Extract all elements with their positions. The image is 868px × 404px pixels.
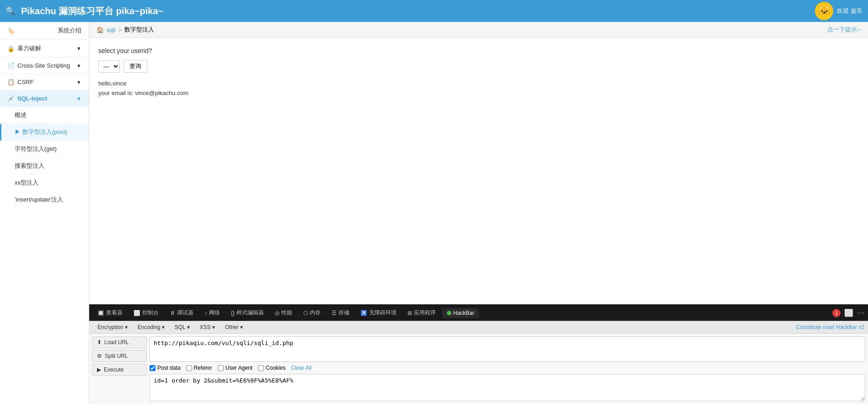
sidebar-item-brute[interactable]: 🔒 暴力破解 ▼: [0, 40, 89, 58]
chevron-down-icon: ▼: [76, 46, 81, 51]
sidebar-subitem-string-get[interactable]: 字符型注入(get): [0, 141, 89, 158]
breadcrumb-separator: >: [118, 27, 122, 33]
devtools-tab-label: 性能: [281, 309, 292, 317]
devtools-tab-debugger[interactable]: ⏸ 调试器: [165, 307, 198, 319]
top-header: 🔍 Pikachu 漏洞练习平台 pika~pika~ 🐱 欢迎 鉴车: [0, 0, 868, 22]
devtools-tab-label: 网络: [209, 309, 220, 317]
devtools-right: 1 ⬜ ⋯: [832, 308, 864, 317]
hackbar-contribute-link[interactable]: Contribute now! HackBar v2: [796, 324, 864, 330]
select-userid-label: select your userid?: [98, 47, 859, 54]
chevron-down-icon: ▾: [212, 324, 215, 330]
devtools-tab-console[interactable]: ⬜ 控制台: [129, 307, 163, 319]
userid-select[interactable]: --- 1 2 3: [98, 60, 120, 73]
submenu-label: 字符型注入(get): [15, 145, 57, 152]
debugger-icon: ⏸: [170, 310, 175, 316]
chevron-down-icon: ▼: [76, 80, 81, 85]
post-data-label: Post data: [157, 365, 181, 371]
sidebar-subitem-xx[interactable]: xx型注入: [0, 175, 89, 191]
arrow-right-icon: ▶: [15, 128, 21, 135]
post-data-checkbox-label[interactable]: Post data: [150, 365, 181, 371]
clear-all-button[interactable]: Clear All: [291, 365, 311, 371]
devtools-tab-label: 控制台: [142, 309, 159, 317]
hackbar-menu-bar: Encryption ▾ Encoding ▾ SQL ▾ XSS ▾ Othe…: [89, 321, 868, 334]
sidebar-item-csrf[interactable]: 📋 CSRF ▼: [0, 74, 89, 90]
user-agent-checkbox-label[interactable]: User Agent: [218, 365, 252, 371]
home-icon: 🏠: [96, 27, 104, 33]
devtools-tab-hackbar[interactable]: HackBar: [442, 308, 479, 318]
devtools-tab-storage[interactable]: ☰ 存储: [327, 307, 354, 319]
url-input[interactable]: [150, 336, 865, 362]
performance-icon: ◎: [275, 310, 279, 316]
sidebar-item-sqlinject[interactable]: 💉 SQL-Inject ▼: [0, 90, 89, 107]
search-icon-header: 🔍: [5, 6, 16, 16]
hackbar-xss-menu[interactable]: XSS ▾: [195, 323, 220, 332]
accessibility-icon: ♿: [360, 310, 367, 316]
devtools-tab-memory[interactable]: ⬡ 内存: [299, 307, 325, 319]
cookies-checkbox-label[interactable]: Cookies: [258, 365, 285, 371]
breadcrumb-sqli-link[interactable]: sqli: [107, 27, 116, 33]
sidebar-subitem-insert-update[interactable]: 'insert/update'注入: [0, 191, 89, 208]
referer-checkbox[interactable]: [186, 365, 192, 371]
result-line2: your email is: vince@pikachu.com: [98, 89, 859, 98]
devtools-tab-performance[interactable]: ◎ 性能: [270, 307, 297, 319]
devtools-bar: 🔲 查看器 ⬜ 控制台 ⏸ 调试器 ↕ 网络 {} 样式编辑器 ◎ 性能: [89, 304, 868, 321]
content-area: 🏠 sqli > 数字型注入 点一下提示~ select your userid…: [89, 22, 868, 404]
devtools-tab-network[interactable]: ↕ 网络: [200, 307, 225, 319]
cookies-label: Cookies: [266, 365, 285, 371]
select-row: --- 1 2 3 查询: [98, 60, 859, 73]
submenu-label: 概述: [15, 112, 27, 118]
devtools-tab-label: 内存: [310, 309, 321, 317]
submenu-label: 数字型注入(post): [22, 128, 67, 135]
sidebar-item-label: 暴力破解: [17, 44, 41, 53]
sidebar-subitem-search[interactable]: 搜索型注入: [0, 158, 89, 175]
chevron-down-icon: ▾: [240, 324, 243, 330]
load-url-button[interactable]: ⬆ Load URL: [92, 336, 147, 348]
hackbar-panel: Encryption ▾ Encoding ▾ SQL ▾ XSS ▾ Othe…: [89, 321, 868, 404]
devtools-tab-style-editor[interactable]: {} 样式编辑器: [226, 307, 268, 319]
post-data-checkbox[interactable]: [150, 365, 155, 371]
result-line1: hello,vince: [98, 79, 859, 89]
post-data-input[interactable]: [150, 374, 865, 401]
execute-label: Execute: [104, 367, 123, 373]
cookies-checkbox[interactable]: [258, 365, 264, 371]
more-icon[interactable]: ⋯: [857, 308, 864, 317]
devtools-tab-app[interactable]: ⊞ 应用程序: [403, 307, 440, 319]
encoding-label: Encoding: [138, 324, 161, 330]
sidebar-subitem-overview[interactable]: 概述: [0, 107, 89, 124]
app-title: 🔍 Pikachu 漏洞练习平台 pika~pika~: [5, 5, 163, 17]
hackbar-dot-icon: [447, 311, 451, 315]
sidebar-item-xss[interactable]: 📄 Cross-Site Scripting ▼: [0, 58, 89, 74]
submenu-label: xx型注入: [15, 179, 38, 186]
chevron-down-icon: ▼: [76, 96, 81, 101]
referer-checkbox-label[interactable]: Referer: [186, 365, 212, 371]
user-agent-checkbox[interactable]: [218, 365, 224, 371]
error-badge: 1: [832, 309, 841, 317]
main-content: select your userid? --- 1 2 3 查询 hello,v…: [89, 38, 868, 304]
sidebar-subitem-numeric-post[interactable]: ▶ 数字型注入(post): [0, 124, 89, 141]
hackbar-sql-menu[interactable]: SQL ▾: [170, 323, 194, 332]
welcome-text: 欢迎 鉴车: [837, 7, 863, 15]
query-button[interactable]: 查询: [123, 60, 147, 73]
execute-button[interactable]: ▶ Execute: [92, 364, 147, 376]
avatar: 🐱: [815, 2, 833, 20]
devtools-tab-inspector[interactable]: 🔲 查看器: [93, 307, 127, 319]
chevron-down-icon: ▼: [76, 63, 81, 69]
sql-label: SQL: [175, 324, 186, 330]
memory-icon: ⬡: [303, 310, 308, 316]
hackbar-url-area: Post data Referer User Agent Cookie: [150, 336, 865, 401]
hackbar-encoding-menu[interactable]: Encoding ▾: [133, 323, 169, 332]
hackbar-encryption-menu[interactable]: Encryption ▾: [93, 323, 132, 332]
load-url-label: Load URL: [104, 339, 129, 346]
devtools-tab-accessibility[interactable]: ♿ 无障碍环境: [356, 307, 401, 319]
sidebar-item-intro[interactable]: 🏷️ 系统介绍: [0, 22, 89, 40]
hackbar-other-menu[interactable]: Other ▾: [220, 323, 247, 332]
hint-link[interactable]: 点一下提示~: [827, 26, 861, 34]
lock-icon: 🔒: [7, 45, 15, 52]
split-url-button[interactable]: ⚙ Split URL: [92, 350, 147, 362]
devtools-tab-label: HackBar: [453, 310, 474, 316]
load-icon: ⬆: [97, 339, 102, 346]
chevron-down-icon: ▾: [162, 324, 165, 330]
window-icon[interactable]: ⬜: [844, 308, 853, 317]
devtools-tab-label: 调试器: [177, 309, 193, 317]
split-url-label: Split URL: [105, 353, 128, 359]
